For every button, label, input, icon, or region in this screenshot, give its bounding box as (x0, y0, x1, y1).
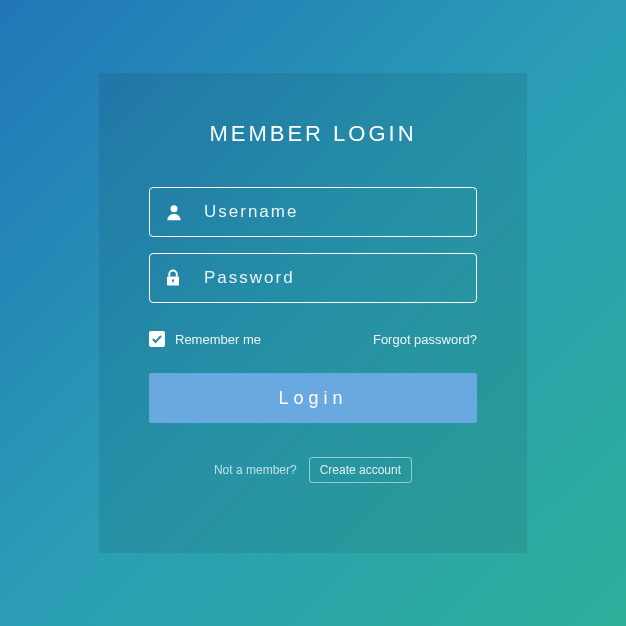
username-group[interactable] (149, 187, 477, 237)
password-group[interactable] (149, 253, 477, 303)
not-member-label: Not a member? (214, 463, 297, 477)
user-icon (164, 202, 204, 222)
remember-me-label: Remember me (175, 332, 261, 347)
remember-me-checkbox[interactable]: Remember me (149, 331, 261, 347)
svg-rect-3 (172, 280, 173, 282)
create-account-button[interactable]: Create account (309, 457, 412, 483)
svg-point-0 (171, 205, 178, 212)
signup-row: Not a member? Create account (214, 457, 412, 483)
password-input[interactable] (204, 268, 462, 288)
login-card: MEMBER LOGIN Rem (99, 73, 527, 553)
login-button[interactable]: Login (149, 373, 477, 423)
username-input[interactable] (204, 202, 462, 222)
options-row: Remember me Forgot password? (149, 331, 477, 347)
page-title: MEMBER LOGIN (209, 121, 416, 147)
checkmark-icon (149, 331, 165, 347)
forgot-password-link[interactable]: Forgot password? (373, 332, 477, 347)
lock-icon (164, 268, 204, 288)
